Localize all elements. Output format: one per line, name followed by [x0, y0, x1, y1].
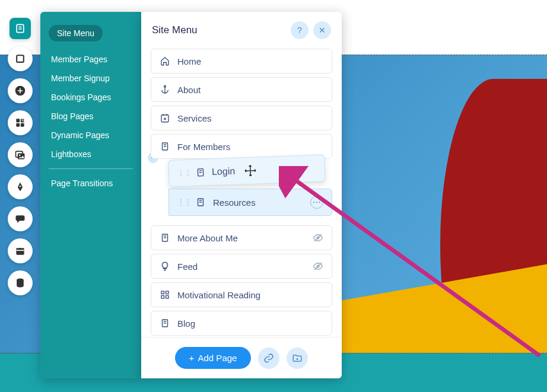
hero-decor [327, 262, 547, 353]
sidebar-item-bookings-pages[interactable]: Bookings Pages [49, 88, 133, 107]
page-label: Motivational Reading [177, 290, 323, 300]
page-row-services[interactable]: Services [151, 106, 332, 130]
page-label: More About Me [177, 233, 313, 243]
page-label: Feed [177, 262, 313, 272]
link-icon[interactable] [258, 348, 279, 369]
sidebar-item-page-transitions[interactable]: Page Transitions [49, 174, 133, 193]
svg-rect-7 [16, 123, 20, 127]
media-tool-icon[interactable] [8, 142, 33, 167]
anchor-icon [160, 84, 170, 95]
add-page-button[interactable]: + Add Page [175, 347, 252, 369]
divider [49, 168, 133, 169]
page-row-more-about-me[interactable]: More About Me [151, 225, 332, 250]
pages-tool-icon[interactable] [9, 18, 31, 39]
page-label: Home [177, 56, 323, 66]
sidebar-item-lightboxes[interactable]: Lightboxes [49, 145, 133, 164]
page-row-resources[interactable]: ⋮⋮ Resources ⋯ [168, 189, 332, 216]
categories-panel: Site Menu Member Pages Member Signup Boo… [40, 12, 141, 378]
tool-rail [6, 18, 34, 295]
svg-rect-15 [16, 250, 24, 251]
bulb-icon [160, 261, 170, 272]
hidden-icon [313, 261, 323, 272]
svg-rect-41 [166, 291, 169, 294]
page-icon [195, 197, 206, 208]
svg-rect-14 [16, 248, 24, 255]
drop-placeholder [151, 162, 332, 189]
page-row-about[interactable]: About [151, 77, 332, 102]
svg-rect-40 [161, 291, 164, 294]
page-label: Resources [213, 197, 310, 208]
panel-title: Site Menu [152, 24, 286, 36]
svg-rect-42 [161, 296, 164, 299]
home-icon [160, 56, 170, 66]
svg-point-13 [20, 186, 21, 187]
svg-point-12 [19, 155, 21, 157]
svg-rect-8 [21, 123, 24, 127]
svg-rect-11 [18, 154, 25, 160]
events-tool-icon[interactable] [8, 238, 33, 263]
add-tool-icon[interactable] [8, 78, 33, 103]
page-row-feed[interactable]: Feed [151, 254, 332, 279]
page-icon [160, 141, 170, 152]
site-menu-panel: Site Menu ? ✕ − Home About Services For … [141, 12, 342, 378]
plus-icon: + [189, 353, 197, 363]
calendar-icon [160, 113, 170, 123]
background-tool-icon[interactable] [8, 46, 33, 71]
panel-header: Site Menu ? ✕ [141, 12, 342, 49]
sidebar-item-member-pages[interactable]: Member Pages [49, 50, 133, 69]
page-label: About [177, 85, 323, 95]
page-label: Services [177, 113, 323, 123]
data-tool-icon[interactable] [8, 270, 33, 295]
page-row-home[interactable]: Home [151, 49, 332, 74]
hidden-icon [313, 232, 323, 243]
svg-rect-5 [16, 119, 20, 122]
page-row-blog[interactable]: Blog [151, 311, 332, 336]
drag-handle-icon[interactable]: ⋮⋮ [177, 198, 192, 206]
page-label: Blog [177, 318, 323, 329]
close-icon[interactable]: ✕ [313, 21, 331, 39]
apps-tool-icon[interactable] [8, 110, 33, 135]
pages-list: − Home About Services For Members ⋮⋮ Log… [141, 49, 342, 337]
folder-icon[interactable] [287, 348, 308, 369]
svg-rect-3 [17, 55, 24, 62]
page-icon [160, 232, 170, 243]
help-icon[interactable]: ? [291, 21, 309, 39]
svg-rect-43 [166, 296, 169, 299]
chat-tool-icon[interactable] [8, 206, 33, 231]
page-row-for-members[interactable]: For Members [151, 134, 332, 159]
pen-tool-icon[interactable] [8, 174, 33, 199]
page-row-motivational[interactable]: Motivational Reading [151, 282, 332, 307]
sidebar-item-blog-pages[interactable]: Blog Pages [49, 107, 133, 126]
page-label: For Members [177, 142, 323, 152]
grid-icon [160, 289, 170, 300]
page-icon [160, 318, 170, 329]
panel-footer: + Add Page [141, 337, 342, 378]
add-page-label: Add Page [198, 353, 237, 363]
sidebar-item-dynamic-pages[interactable]: Dynamic Pages [49, 126, 133, 145]
svg-point-17 [164, 85, 166, 87]
sidebar-item-site-menu[interactable]: Site Menu [49, 25, 103, 42]
more-actions-icon[interactable]: ⋯ [310, 196, 323, 209]
sidebar-item-member-signup[interactable]: Member Signup [49, 69, 133, 88]
